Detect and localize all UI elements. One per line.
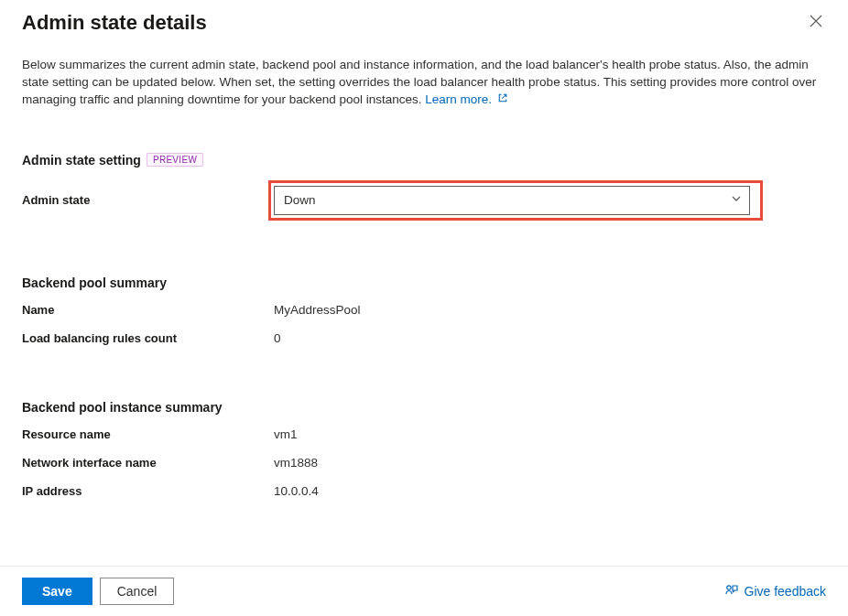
page-title: Admin state details — [22, 11, 207, 35]
backend-pool-summary-section: Backend pool summary Name MyAddressPool … — [22, 276, 826, 345]
preview-badge: PREVIEW — [147, 153, 203, 167]
ip-address-value: 10.0.0.4 — [274, 484, 319, 498]
admin-state-setting-section: Admin state setting PREVIEW Admin state … — [22, 153, 826, 221]
backend-pool-name-row: Name MyAddressPool — [22, 303, 826, 317]
admin-state-heading: Admin state setting PREVIEW — [22, 153, 826, 168]
admin-state-details-panel: Admin state details Below summarizes the… — [0, 0, 848, 567]
instance-summary-section: Backend pool instance summary Resource n… — [22, 400, 826, 498]
footer-buttons: Save Cancel — [22, 578, 174, 605]
nic-name-label: Network interface name — [22, 456, 274, 470]
admin-state-heading-text: Admin state setting — [22, 153, 141, 168]
close-button[interactable] — [806, 11, 826, 34]
nic-name-row: Network interface name vm1888 — [22, 456, 826, 470]
resource-name-value: vm1 — [274, 427, 298, 441]
admin-state-field-row: Admin state Down — [22, 180, 826, 221]
save-button[interactable]: Save — [22, 578, 92, 605]
feedback-icon — [724, 583, 739, 600]
backend-pool-rules-row: Load balancing rules count 0 — [22, 331, 826, 345]
cancel-button[interactable]: Cancel — [100, 578, 175, 605]
description-text: Below summarizes the current admin state… — [22, 58, 816, 106]
give-feedback-link[interactable]: Give feedback — [724, 583, 827, 600]
admin-state-highlight: Down — [268, 180, 763, 221]
chevron-down-icon — [731, 193, 742, 207]
ip-address-row: IP address 10.0.0.4 — [22, 484, 826, 498]
backend-pool-name-value: MyAddressPool — [274, 303, 361, 317]
backend-pool-rules-value: 0 — [274, 331, 281, 345]
admin-state-selected-value: Down — [284, 193, 316, 207]
resource-name-row: Resource name vm1 — [22, 427, 826, 441]
backend-pool-heading: Backend pool summary — [22, 276, 826, 290]
nic-name-value: vm1888 — [274, 456, 318, 470]
admin-state-select[interactable]: Down — [274, 186, 750, 215]
backend-pool-rules-label: Load balancing rules count — [22, 331, 274, 345]
external-link-icon — [495, 92, 508, 106]
feedback-text: Give feedback — [745, 584, 827, 599]
learn-more-link[interactable]: Learn more. — [425, 92, 508, 106]
resource-name-label: Resource name — [22, 427, 274, 441]
admin-state-label: Admin state — [22, 193, 274, 207]
panel-description: Below summarizes the current admin state… — [22, 57, 819, 109]
svg-point-0 — [726, 585, 730, 589]
panel-header: Admin state details — [22, 11, 826, 35]
close-icon — [810, 16, 822, 30]
learn-more-text: Learn more. — [425, 92, 492, 106]
ip-address-label: IP address — [22, 484, 274, 498]
instance-heading: Backend pool instance summary — [22, 400, 826, 415]
backend-pool-name-label: Name — [22, 303, 274, 317]
panel-footer: Save Cancel Give feedback — [0, 566, 848, 616]
